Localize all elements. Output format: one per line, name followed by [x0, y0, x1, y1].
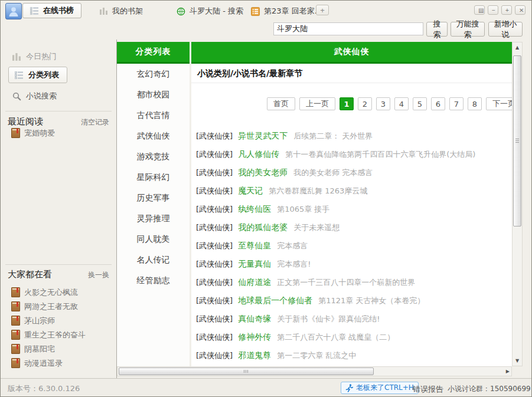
sidebar-item-novel-search[interactable]: 小说搜索 [12, 91, 57, 101]
everyone-book-item[interactable]: 茅山宗师 [11, 316, 114, 326]
pagination: 首页 上一页 12345678 下一页 尾页 [267, 97, 512, 110]
add-novel-button[interactable]: 新增小说 [488, 22, 523, 37]
new-tab-button[interactable]: + [316, 5, 329, 15]
category-item[interactable]: 玄幻奇幻 [117, 64, 190, 84]
novel-row[interactable]: [武侠仙侠]异世灵武天下后续第二章： 天外世界 [191, 127, 512, 145]
novel-latest-chapter: 完本感言! [277, 259, 311, 270]
maximize-button[interactable]: + [501, 5, 512, 15]
horizontal-scroll-thumb[interactable] [119, 368, 374, 375]
page-button[interactable]: 4 [394, 97, 409, 110]
scroll-up-arrow[interactable]: ▲ [513, 45, 522, 50]
chapter-list-icon [251, 7, 260, 16]
skin-button[interactable]: ▤ [474, 5, 485, 15]
minimize-button[interactable]: − [488, 5, 498, 15]
tab-my-bookshelf[interactable]: 我的书架 [100, 6, 143, 17]
category-item[interactable]: 灵异推理 [117, 208, 190, 229]
novel-title-link[interactable]: 仙府道途 [238, 277, 271, 288]
globe-icon [177, 7, 185, 16]
novel-title-link[interactable]: 修神外传 [238, 332, 271, 343]
search-button[interactable]: 搜索 [426, 22, 448, 37]
refresh-link[interactable]: 换一换 [88, 270, 109, 280]
novel-row[interactable]: [武侠仙侠]仙府道途正文第一千三百八十四章一个崭新的世界 [191, 273, 512, 291]
novel-title-link[interactable]: 魔天记 [238, 186, 263, 196]
page-button[interactable]: 2 [358, 97, 372, 110]
novel-title-link[interactable]: 异世灵武天下 [238, 131, 288, 142]
page-button[interactable]: 1 [340, 97, 354, 110]
novel-row[interactable]: [武侠仙侠]至尊仙皇完本感言 [191, 237, 512, 255]
novel-title-link[interactable]: 纨绔仙医 [238, 204, 271, 215]
page-button[interactable]: 5 [413, 97, 427, 110]
page-button[interactable]: 8 [468, 97, 482, 110]
everyone-book-item[interactable]: 网游之王者无敌 [11, 301, 114, 311]
category-item[interactable]: 名人传记 [117, 250, 190, 270]
novel-title-link[interactable]: 无量真仙 [238, 259, 271, 270]
sidebar-item-label: 小说搜索 [26, 91, 57, 101]
category-item[interactable]: 经管励志 [117, 270, 190, 291]
novel-title-link[interactable]: 我的狐仙老婆 [238, 222, 288, 233]
novel-row[interactable]: [武侠仙侠]真仙奇缘关于新书《仙卡》跟真仙完结! [191, 310, 512, 328]
novel-row[interactable]: [武侠仙侠]凡人修仙传第十一卷真仙降临第两千四百四十六章飞升仙界(大结局) [191, 145, 512, 163]
scroll-right-arrow[interactable]: ▶ [506, 368, 510, 376]
novel-title-link[interactable]: 至尊仙皇 [238, 241, 271, 251]
divider [5, 111, 112, 111]
everyone-book-item[interactable]: 动漫逍遥录 [11, 358, 114, 368]
bars-icon [12, 53, 21, 61]
sidebar-item-category-list[interactable]: 分类列表 [8, 67, 67, 83]
novel-row[interactable]: [武侠仙侠]我的狐仙老婆关于未来遥想 [191, 218, 512, 237]
book-title: 网游之王者无敌 [24, 301, 78, 312]
category-item[interactable]: 都市校园 [117, 84, 190, 105]
category-item[interactable]: 武侠仙侠 [117, 126, 190, 146]
recent-book-item[interactable]: 宠婚萌爱 [11, 128, 114, 138]
novel-row[interactable]: [武侠仙侠]纨绔仙医第1065章 接手 [191, 200, 512, 218]
category-item[interactable]: 游戏竞技 [117, 146, 190, 167]
novel-title-link[interactable]: 真仙奇缘 [238, 314, 271, 324]
vertical-scrollbar[interactable]: ▲ ▼ [512, 42, 523, 366]
book-icon [11, 316, 20, 326]
tab-chapter[interactable]: 第23章 回老家... [251, 6, 322, 17]
novel-row[interactable]: [武侠仙侠]魔天记第六卷群魔乱舞 1263摩云城 [191, 182, 512, 200]
novel-latest-chapter: 关于新书《仙卡》跟真仙完结! [277, 314, 380, 324]
novel-list: [武侠仙侠]异世灵武天下后续第二章： 天外世界[武侠仙侠]凡人修仙传第十一卷真仙… [191, 127, 512, 366]
category-item[interactable]: 古代言情 [117, 105, 190, 126]
category-item[interactable]: 历史军事 [117, 188, 190, 208]
novel-title-link[interactable]: 邪道鬼尊 [238, 350, 271, 361]
tab-search-douluo[interactable]: 斗罗大陆 - 搜索 [177, 6, 243, 17]
error-report-link[interactable]: 错误报告 [413, 384, 443, 395]
page-button[interactable]: 7 [449, 97, 464, 110]
novel-row[interactable]: [武侠仙侠]邪道鬼尊第一二零六章 乱流之中 [191, 346, 512, 365]
everyone-book-item[interactable]: 火影之无心枫流 [11, 287, 114, 297]
category-item[interactable]: 星际科幻 [117, 167, 190, 188]
novel-category: [武侠仙侠] [196, 186, 233, 196]
novel-title-link[interactable]: 地球最后一个修仙者 [238, 296, 312, 306]
novel-row[interactable]: [武侠仙侠]我的美女老师我的美女老师 完本感言 [191, 163, 512, 182]
scroll-down-arrow[interactable]: ▼ [513, 358, 522, 363]
novel-row[interactable]: [武侠仙侠]修神外传第二千八百六十八章 战魔皇（二） [191, 328, 512, 346]
close-button[interactable]: ✕ [515, 5, 526, 15]
search-input[interactable] [273, 22, 423, 35]
user-avatar[interactable] [5, 3, 22, 19]
clear-history-link[interactable]: 清空记录 [81, 117, 109, 127]
next-page-button[interactable]: 下一页 [486, 97, 512, 110]
horizontal-scrollbar[interactable]: ▶ [117, 366, 512, 376]
book-title: 茅山宗师 [24, 316, 55, 326]
book-title: 重生之王爷的奋斗 [24, 330, 86, 340]
vertical-scroll-thumb[interactable] [513, 55, 521, 227]
novel-title-link[interactable]: 凡人修仙传 [238, 149, 279, 160]
universal-search-button[interactable]: 万能搜索 [451, 22, 485, 37]
page-button[interactable]: 6 [431, 97, 445, 110]
page-button[interactable]: 3 [376, 97, 390, 110]
page-number-buttons: 12345678 [340, 97, 482, 110]
first-page-button[interactable]: 首页 [267, 97, 295, 110]
sidebar-item-today-hot[interactable]: 今日热门 [12, 51, 57, 62]
novel-title-link[interactable]: 我的美女老师 [238, 168, 288, 178]
novel-row[interactable]: [武侠仙侠]地球最后一个修仙者第1121章 天古神女（本卷完） [191, 291, 512, 310]
tab-online-ranking[interactable]: 在线书榜 [22, 3, 81, 18]
prev-page-button[interactable]: 上一页 [299, 97, 335, 110]
recent-reading-title: 最近阅读 [8, 116, 43, 127]
everyone-book-item[interactable]: 重生之王爷的奋斗 [11, 330, 114, 340]
boss-key-button[interactable]: 老板来了CTRL+H [341, 382, 419, 394]
everyone-book-item[interactable]: 阴墓阳宅 [11, 344, 114, 354]
novel-category: [武侠仙侠] [196, 296, 233, 306]
category-item[interactable]: 同人耽美 [117, 229, 190, 250]
novel-row[interactable]: [武侠仙侠]无量真仙完本感言! [191, 255, 512, 273]
